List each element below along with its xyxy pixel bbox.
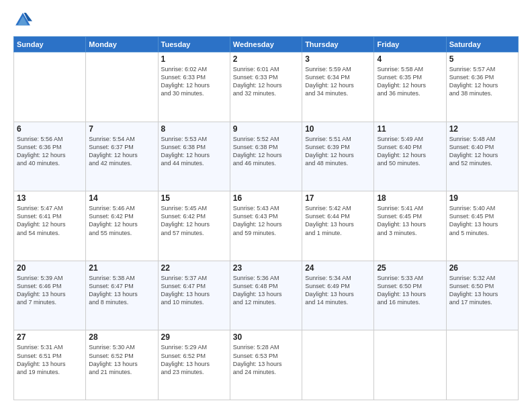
calendar-cell: 4Sunrise: 5:58 AM Sunset: 6:35 PM Daylig…	[374, 52, 446, 122]
day-header-saturday: Saturday	[446, 37, 518, 52]
day-header-thursday: Thursday	[302, 37, 374, 52]
calendar-cell: 26Sunrise: 5:32 AM Sunset: 6:50 PM Dayli…	[446, 261, 518, 330]
day-number: 9	[233, 124, 299, 134]
logo	[13, 11, 35, 30]
calendar-cell: 8Sunrise: 5:53 AM Sunset: 6:38 PM Daylig…	[158, 122, 230, 191]
calendar-cell: 19Sunrise: 5:40 AM Sunset: 6:45 PM Dayli…	[446, 191, 518, 261]
calendar-cell: 2Sunrise: 6:01 AM Sunset: 6:33 PM Daylig…	[230, 52, 302, 122]
calendar-cell: 1Sunrise: 6:02 AM Sunset: 6:33 PM Daylig…	[158, 52, 230, 122]
calendar-cell	[86, 52, 158, 122]
calendar-cell: 12Sunrise: 5:48 AM Sunset: 6:40 PM Dayli…	[446, 122, 518, 191]
calendar-cell: 28Sunrise: 5:30 AM Sunset: 6:52 PM Dayli…	[86, 330, 158, 400]
logo-icon	[13, 11, 32, 30]
calendar-cell: 29Sunrise: 5:29 AM Sunset: 6:52 PM Dayli…	[158, 330, 230, 400]
calendar-cell: 27Sunrise: 5:31 AM Sunset: 6:51 PM Dayli…	[14, 330, 86, 400]
cell-info: Sunrise: 5:45 AM Sunset: 6:42 PM Dayligh…	[161, 204, 227, 237]
cell-info: Sunrise: 5:36 AM Sunset: 6:48 PM Dayligh…	[233, 274, 299, 307]
day-number: 10	[305, 124, 371, 134]
cell-info: Sunrise: 5:43 AM Sunset: 6:43 PM Dayligh…	[233, 204, 299, 237]
cell-info: Sunrise: 5:53 AM Sunset: 6:38 PM Dayligh…	[161, 135, 227, 168]
cell-info: Sunrise: 5:41 AM Sunset: 6:45 PM Dayligh…	[377, 204, 443, 237]
cell-info: Sunrise: 5:57 AM Sunset: 6:36 PM Dayligh…	[449, 65, 515, 98]
cell-info: Sunrise: 5:38 AM Sunset: 6:47 PM Dayligh…	[89, 274, 154, 307]
day-number: 16	[233, 193, 299, 203]
day-number: 14	[89, 193, 154, 203]
cell-info: Sunrise: 5:51 AM Sunset: 6:39 PM Dayligh…	[305, 135, 371, 168]
cell-info: Sunrise: 6:01 AM Sunset: 6:33 PM Dayligh…	[233, 65, 299, 98]
day-number: 20	[17, 263, 83, 273]
calendar-cell: 18Sunrise: 5:41 AM Sunset: 6:45 PM Dayli…	[374, 191, 446, 261]
calendar-cell: 22Sunrise: 5:37 AM Sunset: 6:47 PM Dayli…	[158, 261, 230, 330]
calendar-week-4: 20Sunrise: 5:39 AM Sunset: 6:46 PM Dayli…	[14, 261, 519, 330]
day-number: 30	[233, 332, 299, 342]
day-number: 1	[161, 54, 227, 64]
calendar-cell: 11Sunrise: 5:49 AM Sunset: 6:40 PM Dayli…	[374, 122, 446, 191]
calendar-cell: 30Sunrise: 5:28 AM Sunset: 6:53 PM Dayli…	[230, 330, 302, 400]
calendar-cell: 14Sunrise: 5:46 AM Sunset: 6:42 PM Dayli…	[86, 191, 158, 261]
cell-info: Sunrise: 5:37 AM Sunset: 6:47 PM Dayligh…	[161, 274, 227, 307]
day-number: 17	[305, 193, 371, 203]
cell-info: Sunrise: 5:42 AM Sunset: 6:44 PM Dayligh…	[305, 204, 371, 237]
calendar-table: SundayMondayTuesdayWednesdayThursdayFrid…	[13, 36, 519, 400]
calendar-cell: 6Sunrise: 5:56 AM Sunset: 6:36 PM Daylig…	[14, 122, 86, 191]
day-number: 26	[449, 263, 515, 273]
day-header-friday: Friday	[374, 37, 446, 52]
calendar-cell: 5Sunrise: 5:57 AM Sunset: 6:36 PM Daylig…	[446, 52, 518, 122]
day-number: 25	[377, 263, 443, 273]
calendar-cell	[302, 330, 374, 400]
cell-info: Sunrise: 5:58 AM Sunset: 6:35 PM Dayligh…	[377, 65, 443, 98]
calendar-cell: 20Sunrise: 5:39 AM Sunset: 6:46 PM Dayli…	[14, 261, 86, 330]
calendar-cell: 21Sunrise: 5:38 AM Sunset: 6:47 PM Dayli…	[86, 261, 158, 330]
day-header-sunday: Sunday	[14, 37, 86, 52]
cell-info: Sunrise: 5:31 AM Sunset: 6:51 PM Dayligh…	[17, 343, 83, 376]
cell-info: Sunrise: 5:29 AM Sunset: 6:52 PM Dayligh…	[161, 343, 227, 376]
calendar-cell	[14, 52, 86, 122]
day-number: 5	[449, 54, 515, 64]
cell-info: Sunrise: 5:40 AM Sunset: 6:45 PM Dayligh…	[449, 204, 515, 237]
day-number: 11	[377, 124, 443, 134]
day-number: 13	[17, 193, 83, 203]
calendar-week-2: 6Sunrise: 5:56 AM Sunset: 6:36 PM Daylig…	[14, 122, 519, 191]
cell-info: Sunrise: 5:54 AM Sunset: 6:37 PM Dayligh…	[89, 135, 154, 168]
calendar-week-3: 13Sunrise: 5:47 AM Sunset: 6:41 PM Dayli…	[14, 191, 519, 261]
day-header-tuesday: Tuesday	[158, 37, 230, 52]
day-number: 23	[233, 263, 299, 273]
cell-info: Sunrise: 5:56 AM Sunset: 6:36 PM Dayligh…	[17, 135, 83, 168]
calendar-cell: 16Sunrise: 5:43 AM Sunset: 6:43 PM Dayli…	[230, 191, 302, 261]
day-number: 8	[161, 124, 227, 134]
cell-info: Sunrise: 5:59 AM Sunset: 6:34 PM Dayligh…	[305, 65, 371, 98]
calendar-cell	[446, 330, 518, 400]
cell-info: Sunrise: 5:46 AM Sunset: 6:42 PM Dayligh…	[89, 204, 154, 237]
cell-info: Sunrise: 5:28 AM Sunset: 6:53 PM Dayligh…	[233, 343, 299, 376]
calendar-cell: 10Sunrise: 5:51 AM Sunset: 6:39 PM Dayli…	[302, 122, 374, 191]
day-number: 15	[161, 193, 227, 203]
calendar-cell: 24Sunrise: 5:34 AM Sunset: 6:49 PM Dayli…	[302, 261, 374, 330]
cell-info: Sunrise: 5:52 AM Sunset: 6:38 PM Dayligh…	[233, 135, 299, 168]
calendar-cell: 25Sunrise: 5:33 AM Sunset: 6:50 PM Dayli…	[374, 261, 446, 330]
day-number: 7	[89, 124, 154, 134]
calendar-cell: 7Sunrise: 5:54 AM Sunset: 6:37 PM Daylig…	[86, 122, 158, 191]
day-number: 29	[161, 332, 227, 342]
day-header-monday: Monday	[86, 37, 158, 52]
day-number: 28	[89, 332, 154, 342]
calendar-cell	[374, 330, 446, 400]
day-number: 19	[449, 193, 515, 203]
cell-info: Sunrise: 5:33 AM Sunset: 6:50 PM Dayligh…	[377, 274, 443, 307]
cell-info: Sunrise: 5:30 AM Sunset: 6:52 PM Dayligh…	[89, 343, 154, 376]
calendar-cell: 3Sunrise: 5:59 AM Sunset: 6:34 PM Daylig…	[302, 52, 374, 122]
cell-info: Sunrise: 6:02 AM Sunset: 6:33 PM Dayligh…	[161, 65, 227, 98]
cell-info: Sunrise: 5:48 AM Sunset: 6:40 PM Dayligh…	[449, 135, 515, 168]
calendar-header-row: SundayMondayTuesdayWednesdayThursdayFrid…	[14, 37, 519, 52]
day-number: 22	[161, 263, 227, 273]
day-number: 3	[305, 54, 371, 64]
day-number: 21	[89, 263, 154, 273]
calendar-cell: 15Sunrise: 5:45 AM Sunset: 6:42 PM Dayli…	[158, 191, 230, 261]
calendar-cell: 13Sunrise: 5:47 AM Sunset: 6:41 PM Dayli…	[14, 191, 86, 261]
day-number: 18	[377, 193, 443, 203]
cell-info: Sunrise: 5:32 AM Sunset: 6:50 PM Dayligh…	[449, 274, 515, 307]
cell-info: Sunrise: 5:49 AM Sunset: 6:40 PM Dayligh…	[377, 135, 443, 168]
cell-info: Sunrise: 5:47 AM Sunset: 6:41 PM Dayligh…	[17, 204, 83, 237]
day-number: 2	[233, 54, 299, 64]
header	[13, 11, 519, 30]
day-number: 27	[17, 332, 83, 342]
